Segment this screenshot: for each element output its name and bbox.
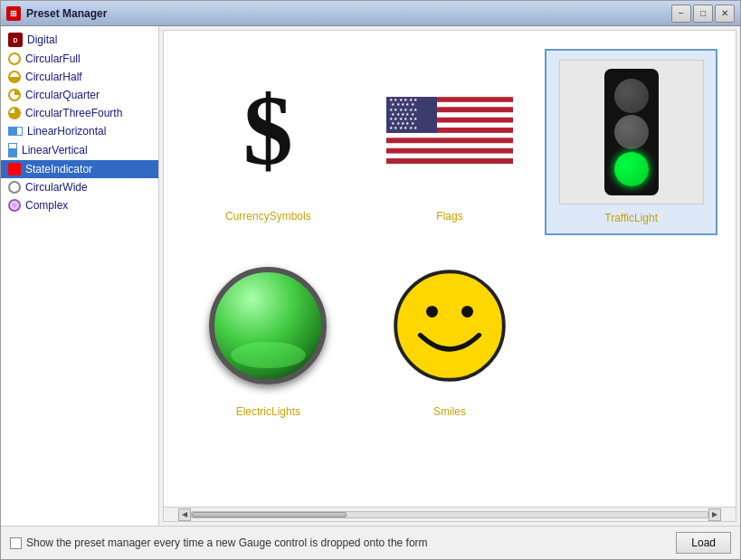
complex-icon xyxy=(8,199,21,212)
sidebar-item-stateindicator[interactable]: StateIndicator xyxy=(1,160,158,178)
preset-smiles[interactable]: Smiles xyxy=(364,244,537,427)
sidebar-label-linearvertical: LinearVertical xyxy=(22,144,88,157)
sidebar-label-stateindicator: StateIndicator xyxy=(25,163,92,176)
load-button[interactable]: Load xyxy=(676,532,731,554)
traffic-red-light xyxy=(614,79,649,113)
restore-button[interactable]: □ xyxy=(693,5,713,23)
app-icon: ⊞ xyxy=(6,6,21,21)
checkbox-label: Show the preset manager every time a new… xyxy=(26,536,428,549)
sidebar-label-circularwide: CircularWide xyxy=(25,181,88,194)
stateindicator-icon xyxy=(8,163,21,176)
dollar-symbol: $ xyxy=(243,81,293,180)
currency-thumb: $ xyxy=(195,58,340,203)
svg-rect-9 xyxy=(386,143,513,148)
sidebar-item-digital[interactable]: D Digital xyxy=(1,30,158,50)
smiles-thumb xyxy=(377,253,522,398)
scroll-right-button[interactable]: ▶ xyxy=(708,508,721,521)
sidebar-item-linearhorizontal[interactable]: LinearHorizontal xyxy=(1,122,158,140)
svg-point-22 xyxy=(426,306,438,318)
preset-electriclights[interactable]: ElectricLights xyxy=(182,244,355,427)
linearvertical-icon xyxy=(8,143,17,157)
main-panel: $ CurrencySymbols xyxy=(163,30,736,522)
preset-grid: $ CurrencySymbols xyxy=(164,31,736,507)
sidebar-label-digital: Digital xyxy=(27,33,57,46)
close-button[interactable]: ✕ xyxy=(715,5,735,23)
svg-rect-8 xyxy=(386,138,513,144)
traffic-light-widget xyxy=(604,69,659,195)
sidebar: D Digital CircularFull CircularHalf Circ… xyxy=(1,26,159,526)
sidebar-item-linearvertical[interactable]: LinearVertical xyxy=(1,140,158,160)
digital-icon: D xyxy=(8,33,23,47)
horizontal-scrollbar: ◀ ▶ xyxy=(164,507,736,521)
circularwide-icon xyxy=(8,181,21,194)
electriclights-label: ElectricLights xyxy=(236,405,300,418)
sidebar-item-circularquarter[interactable]: CircularQuarter xyxy=(1,86,158,104)
sidebar-item-circularhalf[interactable]: CircularHalf xyxy=(1,68,158,86)
sidebar-label-circularhalf: CircularHalf xyxy=(25,71,82,83)
checkbox-area: Show the preset manager every time a new… xyxy=(10,536,428,549)
circularquarter-icon xyxy=(8,89,21,101)
scroll-left-button[interactable]: ◀ xyxy=(178,508,191,521)
svg-rect-11 xyxy=(386,154,513,159)
preset-manager-window: ⊞ Preset Manager − □ ✕ D Digital Circula… xyxy=(0,0,741,560)
sidebar-label-circularthreefourth: CircularThreeFourth xyxy=(25,107,122,119)
traffic-green-light xyxy=(614,152,649,186)
circularthreefourth-icon xyxy=(8,107,21,119)
svg-rect-12 xyxy=(386,158,513,164)
sidebar-label-linearhorizontal: LinearHorizontal xyxy=(27,125,106,138)
sidebar-item-complex[interactable]: Complex xyxy=(1,196,158,214)
smiles-label: Smiles xyxy=(433,405,466,418)
flags-label: Flags xyxy=(436,210,462,223)
window-controls: − □ ✕ xyxy=(671,5,735,23)
circularhalf-icon xyxy=(8,71,21,83)
trafficlight-label: TrafficLight xyxy=(604,212,658,224)
sidebar-label-circularfull: CircularFull xyxy=(25,52,81,65)
svg-point-21 xyxy=(395,271,504,380)
svg-rect-7 xyxy=(386,133,513,138)
window-title: Preset Manager xyxy=(26,7,671,20)
bottom-bar: Show the preset manager every time a new… xyxy=(1,526,740,559)
sidebar-item-circularthreefourth[interactable]: CircularThreeFourth xyxy=(1,104,158,122)
scroll-track[interactable] xyxy=(191,511,708,518)
sidebar-label-complex: Complex xyxy=(25,199,68,212)
content-area: D Digital CircularFull CircularHalf Circ… xyxy=(1,26,740,526)
preset-currency[interactable]: $ CurrencySymbols xyxy=(182,49,355,235)
preset-flags[interactable]: ★ ★ ★ ★ ★ ★ ★ ★ ★ ★ ★ ★ ★ ★ ★ ★ ★ ★ ★ ★ … xyxy=(364,49,537,235)
trafficlight-thumb xyxy=(559,60,704,204)
sidebar-item-circularfull[interactable]: CircularFull xyxy=(1,50,158,68)
show-preset-checkbox[interactable] xyxy=(10,537,22,549)
sidebar-label-circularquarter: CircularQuarter xyxy=(25,89,100,101)
currency-label: CurrencySymbols xyxy=(225,210,311,223)
svg-text:★ ★ ★ ★ ★ ★: ★ ★ ★ ★ ★ ★ xyxy=(389,125,418,130)
title-bar: ⊞ Preset Manager − □ ✕ xyxy=(1,1,740,26)
circularfull-icon xyxy=(8,52,21,65)
svg-rect-10 xyxy=(386,148,513,154)
preset-trafficlight[interactable]: TrafficLight xyxy=(545,49,717,235)
svg-point-23 xyxy=(461,306,473,318)
sidebar-item-circularwide[interactable]: CircularWide xyxy=(1,178,158,196)
us-flag-svg: ★ ★ ★ ★ ★ ★ ★ ★ ★ ★ ★ ★ ★ ★ ★ ★ ★ ★ ★ ★ … xyxy=(386,90,513,171)
scroll-thumb[interactable] xyxy=(192,512,347,517)
smiley-svg xyxy=(391,267,508,384)
linearhorizontal-icon xyxy=(8,127,23,136)
minimize-button[interactable]: − xyxy=(671,5,691,23)
electriclights-thumb xyxy=(195,253,340,398)
electric-light-widget xyxy=(209,267,327,384)
traffic-yellow-light xyxy=(614,115,649,149)
flags-thumb: ★ ★ ★ ★ ★ ★ ★ ★ ★ ★ ★ ★ ★ ★ ★ ★ ★ ★ ★ ★ … xyxy=(377,58,522,203)
